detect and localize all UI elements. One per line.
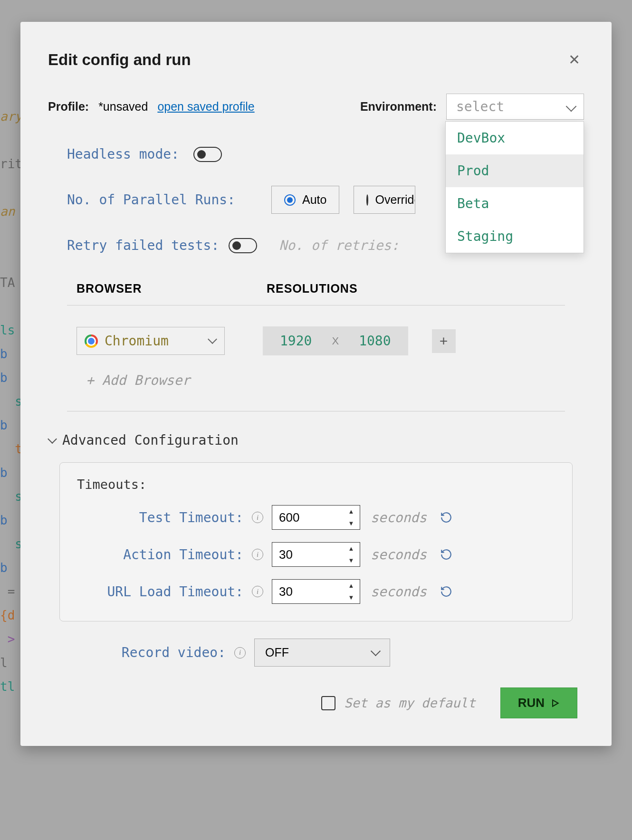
environment-label: Environment: bbox=[360, 100, 437, 114]
info-icon[interactable]: i bbox=[234, 647, 246, 659]
info-icon[interactable]: i bbox=[252, 549, 263, 560]
parallel-label: No. of Parallel Runs: bbox=[67, 192, 257, 208]
url-timeout-input[interactable]: ▲▼ bbox=[272, 579, 360, 604]
env-option-prod[interactable]: Prod bbox=[446, 154, 584, 187]
default-checkbox[interactable] bbox=[321, 696, 335, 710]
record-video-label: Record video: bbox=[59, 645, 226, 660]
spinner-down-icon[interactable]: ▼ bbox=[343, 554, 360, 566]
parallel-auto-radio[interactable]: Auto bbox=[271, 186, 339, 214]
svg-marker-0 bbox=[553, 700, 558, 706]
spinner-down-icon[interactable]: ▼ bbox=[343, 517, 360, 529]
add-resolution-button[interactable]: + bbox=[432, 329, 456, 353]
info-icon[interactable]: i bbox=[252, 586, 263, 597]
resolution-separator: X bbox=[329, 335, 342, 347]
profile-value: *unsaved bbox=[98, 100, 148, 114]
browser-column-header: BROWSER bbox=[77, 282, 267, 296]
unit-label: seconds bbox=[371, 510, 432, 525]
env-option-devbox[interactable]: DevBox bbox=[446, 122, 584, 154]
divider bbox=[67, 411, 565, 411]
profile-label: Profile: bbox=[48, 100, 89, 114]
environment-dropdown: DevBox Prod Beta Staging bbox=[445, 121, 584, 253]
modal-title: Edit config and run bbox=[48, 51, 191, 69]
resolution-height: 1080 bbox=[342, 326, 408, 355]
url-timeout-label: URL Load Timeout: bbox=[77, 584, 243, 600]
open-profile-link[interactable]: open saved profile bbox=[157, 100, 254, 114]
retries-count-label: No. of retries: bbox=[279, 238, 399, 253]
spinner-up-icon[interactable]: ▲ bbox=[343, 506, 360, 517]
reset-icon[interactable] bbox=[440, 585, 452, 598]
parallel-override-radio[interactable]: Override bbox=[354, 186, 415, 214]
retry-label: Retry failed tests: bbox=[67, 238, 219, 253]
play-icon bbox=[550, 698, 560, 708]
default-label: Set as my default bbox=[344, 696, 475, 710]
environment-select[interactable]: select bbox=[446, 94, 584, 120]
spinner-down-icon[interactable]: ▼ bbox=[343, 592, 360, 603]
retry-toggle[interactable] bbox=[229, 238, 257, 253]
reset-icon[interactable] bbox=[440, 548, 452, 561]
resolution-width: 1920 bbox=[263, 326, 329, 355]
headless-label: Headless mode: bbox=[67, 146, 179, 162]
info-icon[interactable]: i bbox=[252, 512, 263, 523]
env-option-beta[interactable]: Beta bbox=[446, 187, 584, 220]
spinner-up-icon[interactable]: ▲ bbox=[343, 543, 360, 554]
config-modal: Edit config and run ✕ Profile: *unsaved … bbox=[20, 22, 612, 746]
action-timeout-input[interactable]: ▲▼ bbox=[272, 542, 360, 567]
timeouts-label: Timeouts: bbox=[77, 477, 555, 492]
chromium-icon bbox=[85, 334, 98, 348]
browser-select[interactable]: Chromium bbox=[77, 327, 225, 355]
chevron-down-icon bbox=[48, 434, 57, 444]
record-video-select[interactable]: OFF bbox=[254, 639, 390, 667]
env-option-staging[interactable]: Staging bbox=[446, 220, 584, 253]
add-browser-button[interactable]: + Add Browser bbox=[48, 372, 584, 388]
action-timeout-label: Action Timeout: bbox=[77, 547, 243, 563]
reset-icon[interactable] bbox=[440, 511, 452, 524]
test-timeout-input[interactable]: ▲▼ bbox=[272, 505, 360, 530]
unit-label: seconds bbox=[371, 547, 432, 563]
advanced-config-panel: Timeouts: Test Timeout: i ▲▼ seconds Act… bbox=[59, 462, 573, 621]
advanced-config-toggle[interactable]: Advanced Configuration bbox=[48, 432, 584, 448]
radio-icon bbox=[366, 194, 368, 206]
close-icon[interactable]: ✕ bbox=[565, 49, 584, 70]
unit-label: seconds bbox=[371, 584, 432, 600]
run-button[interactable]: RUN bbox=[500, 687, 577, 718]
test-timeout-label: Test Timeout: bbox=[77, 510, 243, 525]
radio-icon bbox=[284, 194, 296, 206]
resolutions-column-header: RESOLUTIONS bbox=[267, 282, 358, 296]
resolution-display[interactable]: 1920 X 1080 bbox=[263, 326, 408, 355]
headless-toggle[interactable] bbox=[193, 147, 222, 162]
spinner-up-icon[interactable]: ▲ bbox=[343, 580, 360, 592]
divider bbox=[67, 305, 565, 305]
